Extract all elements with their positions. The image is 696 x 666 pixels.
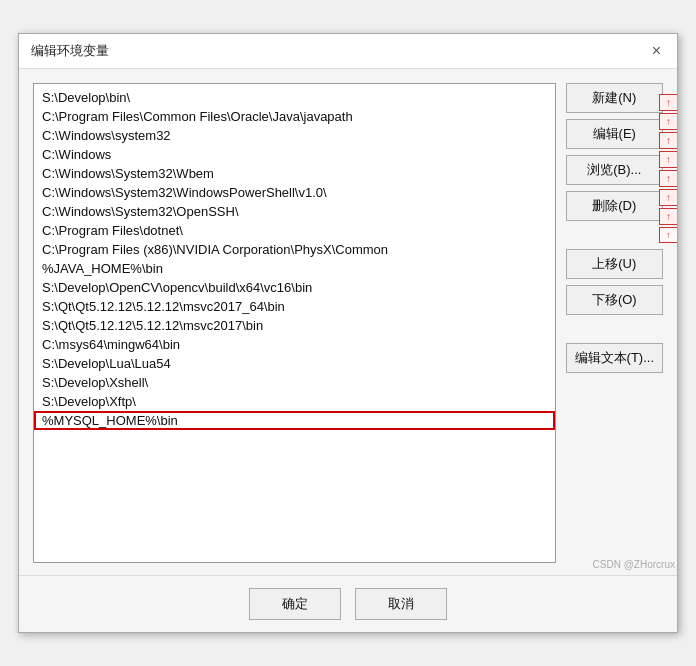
list-item[interactable]: S:\Qt\Qt5.12.12\5.12.12\msvc2017\bin bbox=[34, 316, 555, 335]
list-item[interactable]: S:\Develop\Lua\Lua54 bbox=[34, 354, 555, 373]
list-item[interactable]: S:\Develop\bin\ bbox=[34, 88, 555, 107]
move-up-button[interactable]: 上移(U) bbox=[566, 249, 663, 279]
list-item[interactable]: C:\Program Files (x86)\NVIDIA Corporatio… bbox=[34, 240, 555, 259]
list-item[interactable]: C:\msys64\mingw64\bin bbox=[34, 335, 555, 354]
edit-button[interactable]: 编辑(E) bbox=[566, 119, 663, 149]
list-item[interactable]: C:\Windows\System32\WindowsPowerShell\v1… bbox=[34, 183, 555, 202]
browse-button[interactable]: 浏览(B)... bbox=[566, 155, 663, 185]
list-item[interactable]: C:\Program Files\Common Files\Oracle\Jav… bbox=[34, 107, 555, 126]
action-buttons: 新建(N) 编辑(E) 浏览(B)... 删除(D) 上移(U) 下移(O) 编… bbox=[566, 83, 663, 563]
list-item[interactable]: S:\Develop\Xftp\ bbox=[34, 392, 555, 411]
edit-text-button[interactable]: 编辑文本(T)... bbox=[566, 343, 663, 373]
ok-button[interactable]: 确定 bbox=[249, 588, 341, 620]
new-button[interactable]: 新建(N) bbox=[566, 83, 663, 113]
list-item[interactable]: %MYSQL_HOME%\bin bbox=[34, 411, 555, 430]
content-area: S:\Develop\bin\C:\Program Files\Common F… bbox=[19, 69, 677, 563]
close-button[interactable]: × bbox=[648, 43, 665, 59]
delete-button[interactable]: 删除(D) bbox=[566, 191, 663, 221]
list-item[interactable]: C:\Windows\System32\Wbem bbox=[34, 164, 555, 183]
list-item[interactable]: C:\Windows bbox=[34, 145, 555, 164]
dialog-footer: 确定 取消 bbox=[19, 575, 677, 632]
title-bar: 编辑环境变量 × bbox=[19, 34, 677, 69]
watermark: CSDN @ZHorcrux bbox=[593, 559, 675, 570]
list-item[interactable]: %JAVA_HOME%\bin bbox=[34, 259, 555, 278]
list-item[interactable]: C:\Program Files\dotnet\ bbox=[34, 221, 555, 240]
env-var-list[interactable]: S:\Develop\bin\C:\Program Files\Common F… bbox=[33, 83, 556, 563]
list-item[interactable]: C:\Windows\System32\OpenSSH\ bbox=[34, 202, 555, 221]
dialog-title: 编辑环境变量 bbox=[31, 42, 109, 60]
list-item[interactable]: S:\Qt\Qt5.12.12\5.12.12\msvc2017_64\bin bbox=[34, 297, 555, 316]
list-item[interactable]: C:\Windows\system32 bbox=[34, 126, 555, 145]
move-down-button[interactable]: 下移(O) bbox=[566, 285, 663, 315]
edit-env-dialog: 编辑环境变量 × S:\Develop\bin\C:\Program Files… bbox=[18, 33, 678, 633]
list-item[interactable]: S:\Develop\Xshell\ bbox=[34, 373, 555, 392]
cancel-button[interactable]: 取消 bbox=[355, 588, 447, 620]
list-item[interactable]: S:\Develop\OpenCV\opencv\build\x64\vc16\… bbox=[34, 278, 555, 297]
